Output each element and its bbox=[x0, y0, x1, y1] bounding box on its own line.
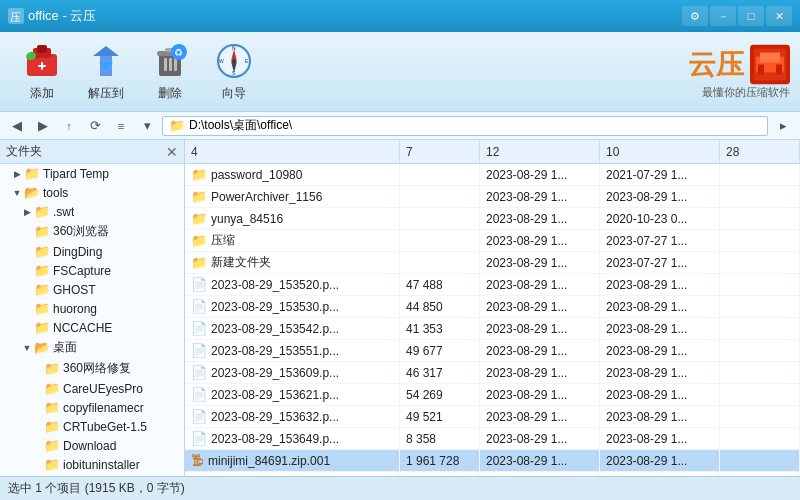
col-date1-header[interactable]: 12 bbox=[480, 140, 600, 163]
file-size-cell: 49 521 bbox=[400, 406, 480, 427]
tree-content[interactable]: ▶ 📁 Tipard Temp ▼ 📂 tools ▶ 📁 .swt 📁 360… bbox=[0, 164, 184, 476]
file-row[interactable]: 📁password_10980 2023-08-29 1... 2021-07-… bbox=[185, 164, 800, 186]
nav-back-button[interactable]: ◀ bbox=[6, 115, 28, 137]
file-row[interactable]: 📁yunya_84516 2023-08-29 1... 2020-10-23 … bbox=[185, 208, 800, 230]
wizard-button[interactable]: N S E W 向导 bbox=[202, 37, 266, 107]
tree-item-360fix[interactable]: 📁 360网络修复 bbox=[0, 358, 184, 379]
folder-icon: 📁 bbox=[34, 301, 50, 316]
tree-item-crtubeget[interactable]: 📁 CRTubeGet-1.5 bbox=[0, 417, 184, 436]
file-date1-cell: 2023-08-29 1... bbox=[480, 450, 600, 471]
folder-icon: 📁 bbox=[44, 381, 60, 396]
col-date2-header[interactable]: 10 bbox=[600, 140, 720, 163]
tree-item-dingding[interactable]: 📁 DingDing bbox=[0, 242, 184, 261]
file-row[interactable]: 📄2023-08-29_153649.p... 8 358 2023-08-29… bbox=[185, 428, 800, 450]
tree-item-music[interactable]: 📁 music bbox=[0, 474, 184, 476]
tree-item-huorong[interactable]: 📁 huorong bbox=[0, 299, 184, 318]
file-row[interactable]: 📁压缩 2023-08-29 1... 2023-07-27 1... bbox=[185, 230, 800, 252]
tree-label: .swt bbox=[53, 205, 74, 219]
file-date2-cell: 2023-08-29 1... bbox=[600, 296, 720, 317]
file-date2-cell: 2023-08-14 1... bbox=[600, 472, 720, 476]
file-date2-cell: 2023-08-29 1... bbox=[600, 318, 720, 339]
file-row[interactable]: 📄2023-08-29_153621.p... 54 269 2023-08-2… bbox=[185, 384, 800, 406]
folder-icon: 📁 bbox=[24, 166, 40, 181]
add-button[interactable]: 添加 bbox=[10, 37, 74, 107]
svg-rect-16 bbox=[174, 58, 177, 71]
file-row[interactable]: 📄2023-08-29_153609.p... 46 317 2023-08-2… bbox=[185, 362, 800, 384]
file-row[interactable]: 📁PowerArchiver_1156 2023-08-29 1... 2023… bbox=[185, 186, 800, 208]
file-row[interactable]: 📄2023-08-29_153632.p... 49 521 2023-08-2… bbox=[185, 406, 800, 428]
folder-icon: 📁 bbox=[34, 204, 50, 219]
file-row[interactable]: 📁新建文件夹 2023-08-29 1... 2023-07-27 1... bbox=[185, 252, 800, 274]
extract-button[interactable]: 解压到 bbox=[74, 37, 138, 107]
tree-label: CRTubeGet-1.5 bbox=[63, 420, 147, 434]
file-row[interactable]: 📄2023-08-29_153551.p... 49 677 2023-08-2… bbox=[185, 340, 800, 362]
svg-point-23 bbox=[232, 59, 236, 63]
tree-item-swt[interactable]: ▶ 📁 .swt bbox=[0, 202, 184, 221]
file-name: exelock.exe bbox=[207, 476, 270, 477]
file-name: 2023-08-29_153632.p... bbox=[211, 410, 339, 424]
tree-item-copyfilename[interactable]: 📁 copyfilenamecr bbox=[0, 398, 184, 417]
tree-item-nccache[interactable]: 📁 NCCACHE bbox=[0, 318, 184, 337]
svg-rect-4 bbox=[37, 45, 47, 53]
col-size-header[interactable]: 7 bbox=[400, 140, 480, 163]
col-name-header[interactable]: 4 bbox=[185, 140, 400, 163]
nav-up-button[interactable]: ↑ bbox=[58, 115, 80, 137]
file-attr-cell bbox=[720, 252, 800, 273]
settings-button[interactable]: ⚙ bbox=[682, 6, 708, 26]
file-icon: 📄 bbox=[191, 365, 207, 380]
tree-item-careueyespro[interactable]: 📁 CareUEyesPro bbox=[0, 379, 184, 398]
tree-item-download[interactable]: 📁 Download bbox=[0, 436, 184, 455]
tree-label: CareUEyesPro bbox=[63, 382, 143, 396]
tree-item-iobituninstaller[interactable]: 📁 iobituninstaller bbox=[0, 455, 184, 474]
file-date1-cell: 2023-08-29 1... bbox=[480, 362, 600, 383]
file-row[interactable]: ⚙exelock.exe 1 529 712 2023-08-14 1... 2… bbox=[185, 472, 800, 476]
file-attr-cell bbox=[720, 230, 800, 251]
file-date2-cell: 2023-08-29 1... bbox=[600, 428, 720, 449]
delete-label: 删除 bbox=[158, 85, 182, 102]
address-box[interactable]: 📁 D:\tools\桌面\office\ bbox=[162, 116, 768, 136]
address-go-button[interactable]: ▸ bbox=[772, 115, 794, 137]
minimize-button[interactable]: － bbox=[710, 6, 736, 26]
nav-dropdown-button[interactable]: ▾ bbox=[136, 115, 158, 137]
col-attr-header[interactable]: 28 bbox=[720, 140, 800, 163]
tree-item-browser360[interactable]: 📁 360浏览器 bbox=[0, 221, 184, 242]
file-date2-cell: 2023-07-27 1... bbox=[600, 230, 720, 251]
file-icon: 📄 bbox=[191, 299, 207, 314]
file-date1-cell: 2023-08-29 1... bbox=[480, 230, 600, 251]
nav-view-button[interactable]: ≡ bbox=[110, 115, 132, 137]
extract-label: 解压到 bbox=[88, 85, 124, 102]
nav-forward-button[interactable]: ▶ bbox=[32, 115, 54, 137]
filetree-title: 文件夹 bbox=[6, 143, 42, 160]
address-path: D:\tools\桌面\office\ bbox=[189, 117, 292, 134]
filelist-body[interactable]: 📁password_10980 2023-08-29 1... 2021-07-… bbox=[185, 164, 800, 476]
tree-label: 360网络修复 bbox=[63, 360, 131, 377]
tree-item-ghost[interactable]: 📁 GHOST bbox=[0, 280, 184, 299]
file-row[interactable]: 📄2023-08-29_153542.p... 41 353 2023-08-2… bbox=[185, 318, 800, 340]
file-attr-cell bbox=[720, 318, 800, 339]
file-name: minijimi_84691.zip.001 bbox=[208, 454, 330, 468]
delete-button[interactable]: ♻ 删除 bbox=[138, 37, 202, 107]
tree-item-fscapture[interactable]: 📁 FSCapture bbox=[0, 261, 184, 280]
folder-icon: 📁 bbox=[44, 400, 60, 415]
tree-label: 360浏览器 bbox=[53, 223, 109, 240]
tree-item-tipard[interactable]: ▶ 📁 Tipard Temp bbox=[0, 164, 184, 183]
file-size-cell: 46 317 bbox=[400, 362, 480, 383]
maximize-button[interactable]: □ bbox=[738, 6, 764, 26]
file-row[interactable]: 🗜minijimi_84691.zip.001 1 961 728 2023-0… bbox=[185, 450, 800, 472]
file-name: 2023-08-29_153530.p... bbox=[211, 300, 339, 314]
file-row[interactable]: 📄2023-08-29_153520.p... 47 488 2023-08-2… bbox=[185, 274, 800, 296]
file-name-cell: 📄2023-08-29_153632.p... bbox=[185, 406, 400, 427]
file-size-cell: 41 353 bbox=[400, 318, 480, 339]
nav-refresh-button[interactable]: ⟳ bbox=[84, 115, 106, 137]
close-button[interactable]: ✕ bbox=[766, 6, 792, 26]
tree-item-desktop[interactable]: ▼ 📂 桌面 bbox=[0, 337, 184, 358]
tree-item-tools[interactable]: ▼ 📂 tools bbox=[0, 183, 184, 202]
file-size-cell: 49 677 bbox=[400, 340, 480, 361]
filetree-close-button[interactable]: ✕ bbox=[166, 144, 178, 160]
file-row[interactable]: 📄2023-08-29_153530.p... 44 850 2023-08-2… bbox=[185, 296, 800, 318]
folder-icon: 📁 bbox=[169, 118, 185, 133]
svg-text:压: 压 bbox=[10, 11, 21, 23]
tree-label: NCCACHE bbox=[53, 321, 112, 335]
file-name: 2023-08-29_153621.p... bbox=[211, 388, 339, 402]
file-attr-cell bbox=[720, 472, 800, 476]
